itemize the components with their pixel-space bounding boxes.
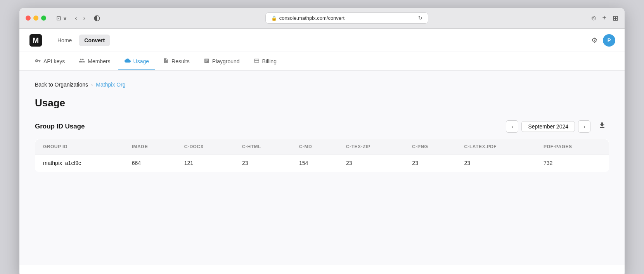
traffic-light-green[interactable]: [41, 16, 46, 21]
nav-right: ⚙ P: [591, 34, 615, 47]
tab-usage[interactable]: Usage: [118, 52, 155, 70]
avatar[interactable]: P: [603, 34, 615, 47]
settings-icon[interactable]: ⚙: [591, 36, 597, 45]
tab-billing-label: Billing: [262, 58, 277, 64]
nav-home[interactable]: Home: [52, 35, 77, 46]
cell-ctexzip: 23: [338, 154, 404, 172]
url-text: console.mathpix.com/convert: [279, 15, 345, 21]
share-icon[interactable]: ⎋: [592, 14, 596, 22]
cell-image: 664: [124, 154, 177, 172]
breadcrumb-separator: ›: [91, 82, 93, 88]
svg-text:M: M: [33, 36, 39, 44]
cell-clatexpdf: 23: [456, 154, 536, 172]
tab-usage-label: Usage: [133, 58, 149, 64]
usage-table: GROUP ID IMAGE C-DOCX C-HTML C-MD C-TEX-…: [35, 139, 609, 172]
app-content: M Home Convert ⚙ P API keys: [19, 29, 625, 274]
results-icon: [163, 58, 169, 65]
top-nav: M Home Convert ⚙ P: [19, 29, 625, 52]
col-group-id: GROUP ID: [35, 139, 124, 154]
date-next-button[interactable]: ›: [578, 120, 590, 133]
table-body: mathpix_a1cf9c 664 121 23 154 23 23 23 7…: [35, 154, 609, 172]
tab-bar: API keys Members Usage Results: [19, 52, 625, 71]
tab-results[interactable]: Results: [157, 52, 196, 70]
page-title: Usage: [35, 97, 609, 109]
section-title: Group ID Usage: [35, 123, 85, 130]
forward-button[interactable]: ›: [81, 14, 88, 23]
cell-cpng: 23: [404, 154, 456, 172]
cell-group-id: mathpix_a1cf9c: [35, 154, 124, 172]
cell-cdocx: 121: [177, 154, 234, 172]
col-image: IMAGE: [124, 139, 177, 154]
col-pdfpages: PDF-PAGES: [536, 139, 609, 154]
address-bar-container: 🔒 console.mathpix.com/convert ↻: [106, 12, 587, 24]
cell-chtml: 23: [234, 154, 291, 172]
sidebar-toggle-button[interactable]: ⊡ ∨: [54, 14, 69, 23]
download-button[interactable]: [595, 120, 609, 133]
col-clatexpdf: C-LATEX.PDF: [456, 139, 536, 154]
tab-playground-label: Playground: [212, 58, 240, 64]
theme-icon: [92, 15, 102, 22]
address-bar[interactable]: 🔒 console.mathpix.com/convert ↻: [265, 12, 428, 24]
api-keys-icon: [35, 58, 41, 65]
main-content: Back to Organizations › Mathpix Org Usag…: [19, 71, 625, 265]
nav-links: Home Convert: [52, 35, 110, 46]
tab-api-keys-label: API keys: [43, 58, 65, 64]
logo: M: [29, 33, 43, 47]
col-chtml: C-HTML: [234, 139, 291, 154]
table-header-row: GROUP ID IMAGE C-DOCX C-HTML C-MD C-TEX-…: [35, 139, 609, 154]
tab-members-label: Members: [88, 58, 110, 64]
cell-pdfpages: 732: [536, 154, 609, 172]
col-ctexzip: C-TEX-ZIP: [338, 139, 404, 154]
breadcrumb: Back to Organizations › Mathpix Org: [35, 82, 609, 88]
date-controls: ‹ September 2024 ›: [506, 120, 609, 133]
tab-billing[interactable]: Billing: [248, 52, 283, 70]
tab-api-keys[interactable]: API keys: [29, 52, 71, 70]
tab-results-label: Results: [171, 58, 190, 64]
section-header: Group ID Usage ‹ September 2024 ›: [35, 120, 609, 133]
cell-cmd: 154: [291, 154, 338, 172]
date-prev-button[interactable]: ‹: [506, 120, 518, 133]
traffic-light-red[interactable]: [26, 16, 31, 21]
col-cdocx: C-DOCX: [177, 139, 234, 154]
back-button[interactable]: ‹: [73, 14, 79, 23]
new-tab-icon[interactable]: +: [602, 14, 606, 22]
col-cmd: C-MD: [291, 139, 338, 154]
members-icon: [79, 57, 85, 65]
traffic-lights: [26, 16, 46, 21]
browser-actions: ⎋ + ⊞: [592, 14, 618, 23]
billing-icon: [254, 58, 260, 65]
usage-icon: [125, 57, 131, 65]
table-header: GROUP ID IMAGE C-DOCX C-HTML C-MD C-TEX-…: [35, 139, 609, 154]
table-row: mathpix_a1cf9c 664 121 23 154 23 23 23 7…: [35, 154, 609, 172]
tabs-grid-icon[interactable]: ⊞: [613, 14, 618, 23]
lock-icon: 🔒: [271, 16, 277, 21]
traffic-light-yellow[interactable]: [33, 16, 38, 21]
breadcrumb-current[interactable]: Mathpix Org: [96, 82, 125, 88]
tab-playground[interactable]: Playground: [197, 52, 246, 70]
browser-chrome: ⊡ ∨ ‹ › 🔒 console.mathpix.com/convert ↻ …: [19, 8, 625, 29]
breadcrumb-back[interactable]: Back to Organizations: [35, 82, 88, 88]
playground-icon: [204, 58, 209, 65]
reload-icon[interactable]: ↻: [418, 15, 422, 21]
nav-convert[interactable]: Convert: [79, 35, 110, 46]
browser-window: ⊡ ∨ ‹ › 🔒 console.mathpix.com/convert ↻ …: [19, 8, 625, 274]
tab-members[interactable]: Members: [73, 52, 116, 70]
date-label: September 2024: [521, 121, 575, 132]
col-cpng: C-PNG: [404, 139, 456, 154]
browser-controls: ⊡ ∨ ‹ ›: [54, 14, 88, 23]
